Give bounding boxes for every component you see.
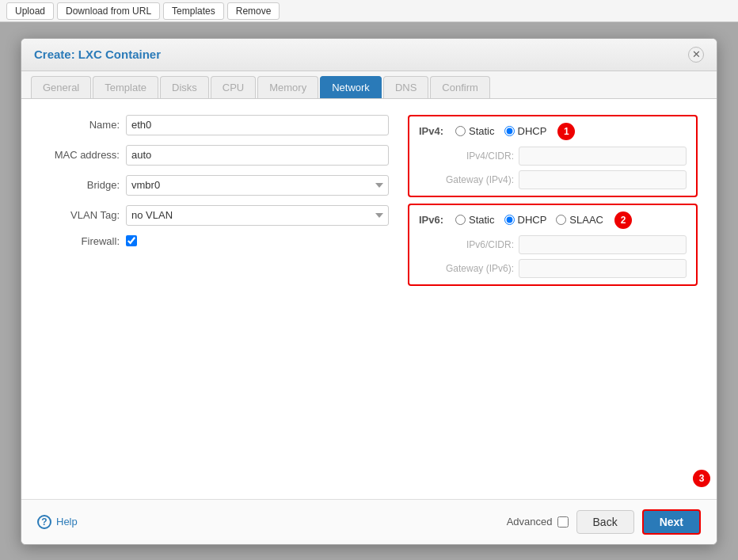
vlan-label: VLAN Tag: bbox=[40, 209, 120, 221]
ipv6-dhcp-label: DHCP bbox=[518, 214, 547, 226]
ipv6-cidr-row: IPv6/CIDR: bbox=[419, 235, 687, 254]
dialog-title: Create: LXC Container bbox=[34, 48, 161, 61]
badge-3: 3 bbox=[693, 470, 710, 487]
create-lxc-dialog: Create: LXC Container ✕ General Template… bbox=[21, 38, 717, 545]
tabs-bar: General Template Disks CPU Memory Networ… bbox=[21, 71, 717, 99]
ipv6-label: IPv6: bbox=[419, 214, 449, 226]
ipv4-radio-group: Static DHCP bbox=[455, 125, 546, 137]
ipv4-section: IPv4: Static DHCP 1 bbox=[408, 115, 698, 197]
ipv6-static-label: Static bbox=[469, 214, 495, 226]
ipv4-static-label: Static bbox=[469, 125, 495, 137]
ipv6-row: IPv6: Static DHCP bbox=[419, 211, 687, 229]
ipv6-dhcp-radio[interactable] bbox=[504, 215, 515, 225]
ipv6-radio-group: Static DHCP SLAAC bbox=[455, 214, 603, 226]
tab-memory[interactable]: Memory bbox=[257, 76, 318, 98]
bridge-label: Bridge: bbox=[40, 179, 120, 191]
ipv6-gateway-row: Gateway (IPv6): bbox=[419, 259, 687, 278]
tab-general[interactable]: General bbox=[31, 76, 91, 98]
advanced-wrap: Advanced bbox=[507, 516, 569, 528]
mac-label: MAC address: bbox=[40, 149, 120, 161]
name-row: Name: bbox=[40, 115, 389, 135]
ipv4-cidr-input[interactable] bbox=[519, 147, 687, 166]
ipv6-static-option[interactable]: Static bbox=[455, 214, 495, 226]
ipv6-cidr-input[interactable] bbox=[519, 235, 687, 254]
ipv4-static-radio[interactable] bbox=[455, 126, 466, 136]
upload-button[interactable]: Upload bbox=[6, 2, 54, 20]
ipv4-fields: IPv4/CIDR: Gateway (IPv4): bbox=[419, 147, 687, 189]
vlan-row: VLAN Tag: no VLAN bbox=[40, 205, 389, 226]
dialog-overlay: Create: LXC Container ✕ General Template… bbox=[0, 22, 738, 560]
next-button[interactable]: Next bbox=[642, 509, 701, 535]
mac-row: MAC address: bbox=[40, 145, 389, 166]
footer-right: Advanced Back Next 3 bbox=[507, 509, 701, 535]
advanced-checkbox[interactable] bbox=[557, 516, 569, 528]
templates-button[interactable]: Templates bbox=[163, 2, 224, 20]
vlan-select[interactable]: no VLAN bbox=[126, 205, 389, 226]
right-panel: IPv4: Static DHCP 1 bbox=[408, 115, 698, 483]
firewall-label: Firewall: bbox=[40, 235, 120, 247]
advanced-label: Advanced bbox=[507, 516, 553, 528]
ipv6-gateway-label: Gateway (IPv6): bbox=[419, 263, 514, 274]
dialog-footer: ? Help Advanced Back Next 3 bbox=[21, 499, 717, 544]
help-button[interactable]: ? Help bbox=[37, 515, 78, 529]
back-button[interactable]: Back bbox=[576, 510, 634, 534]
tab-network[interactable]: Network bbox=[320, 76, 382, 98]
tab-disks[interactable]: Disks bbox=[160, 76, 209, 98]
download-url-button[interactable]: Download from URL bbox=[57, 2, 160, 20]
ipv6-slaac-option[interactable]: SLAAC bbox=[556, 214, 603, 226]
ipv6-dhcp-option[interactable]: DHCP bbox=[504, 214, 547, 226]
ipv4-dhcp-label: DHCP bbox=[518, 125, 547, 137]
dialog-header: Create: LXC Container ✕ bbox=[21, 39, 717, 71]
ipv4-dhcp-option[interactable]: DHCP bbox=[504, 125, 547, 137]
help-icon: ? bbox=[37, 515, 51, 529]
firewall-row: Firewall: bbox=[40, 235, 389, 247]
ipv4-cidr-row: IPv4/CIDR: bbox=[419, 147, 687, 166]
ipv4-row: IPv4: Static DHCP 1 bbox=[419, 123, 687, 140]
firewall-checkbox[interactable] bbox=[126, 235, 137, 246]
ipv6-slaac-radio[interactable] bbox=[556, 215, 566, 225]
ipv6-gateway-input[interactable] bbox=[519, 259, 687, 278]
ipv6-section: IPv6: Static DHCP bbox=[408, 204, 698, 286]
bridge-select[interactable]: vmbr0 bbox=[126, 175, 389, 196]
firewall-checkbox-wrap bbox=[126, 235, 137, 246]
tab-confirm[interactable]: Confirm bbox=[430, 76, 490, 98]
name-input[interactable] bbox=[126, 115, 389, 135]
close-button[interactable]: ✕ bbox=[688, 47, 704, 63]
name-label: Name: bbox=[40, 119, 120, 131]
dialog-body: Name: MAC address: Bridge: vmbr0 VLAN Ta… bbox=[21, 99, 717, 499]
ipv4-label: IPv4: bbox=[419, 125, 449, 137]
ipv4-dhcp-radio[interactable] bbox=[504, 126, 515, 136]
ipv4-gateway-row: Gateway (IPv4): bbox=[419, 170, 687, 189]
ipv4-gateway-input[interactable] bbox=[519, 170, 687, 189]
toolbar: Upload Download from URL Templates Remov… bbox=[0, 0, 738, 22]
help-label: Help bbox=[56, 516, 78, 528]
badge-2: 2 bbox=[614, 211, 632, 229]
ipv6-cidr-label: IPv6/CIDR: bbox=[419, 239, 514, 250]
mac-input[interactable] bbox=[126, 145, 389, 166]
ipv6-fields: IPv6/CIDR: Gateway (IPv6): bbox=[419, 235, 687, 278]
ipv4-static-option[interactable]: Static bbox=[455, 125, 495, 137]
badge-1: 1 bbox=[557, 123, 575, 140]
bridge-row: Bridge: vmbr0 bbox=[40, 175, 389, 196]
tab-template[interactable]: Template bbox=[93, 76, 158, 98]
ipv4-cidr-label: IPv4/CIDR: bbox=[419, 150, 514, 162]
left-panel: Name: MAC address: Bridge: vmbr0 VLAN Ta… bbox=[40, 115, 389, 483]
remove-button[interactable]: Remove bbox=[227, 2, 280, 20]
tab-cpu[interactable]: CPU bbox=[211, 76, 256, 98]
ipv4-gateway-label: Gateway (IPv4): bbox=[419, 174, 514, 185]
tab-dns[interactable]: DNS bbox=[383, 76, 428, 98]
ipv6-slaac-label: SLAAC bbox=[569, 214, 603, 226]
ipv6-static-radio[interactable] bbox=[455, 215, 466, 225]
